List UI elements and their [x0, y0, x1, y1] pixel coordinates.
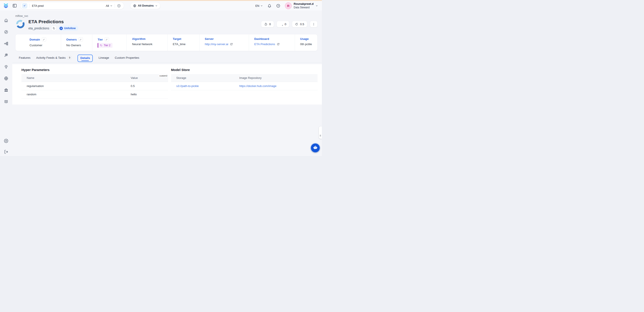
details-panel: Hyper Parameters Name Value regularisati…: [12, 64, 322, 104]
image-repository-link[interactable]: https://docker.hub.com/image: [234, 82, 318, 90]
tier-badge[interactable]: Tier 2: [98, 43, 112, 48]
mlflow-model-logo: [15, 19, 26, 29]
version-number: 0.5: [300, 23, 304, 26]
meta-server: Server http://my-server.ai: [199, 34, 249, 51]
upvote-button[interactable]: 0: [261, 21, 274, 27]
external-link-icon: [230, 43, 233, 46]
meta-usage: Usage 0th pctile: [295, 34, 317, 51]
tag-icon: [100, 44, 102, 47]
sidebar-home-icon[interactable]: [4, 18, 8, 23]
meta-target: Target ETA_time: [168, 34, 199, 51]
user-name: Rounakpreet.d: [294, 2, 314, 6]
thumbs-down-icon: [280, 23, 283, 26]
user-menu[interactable]: R Rounakpreet.d Data Steward: [285, 2, 318, 9]
meta-dashboard: Dashboard ETA Predictions: [249, 34, 295, 51]
sidebar-insights-icon[interactable]: [4, 65, 8, 69]
owners-value: No Owners: [66, 44, 90, 47]
table-row: random hello: [22, 90, 168, 99]
ai-sparkle-icon[interactable]: [22, 3, 27, 9]
sidebar-govern-icon[interactable]: [4, 88, 8, 92]
owners-label: Owners: [66, 38, 77, 41]
edit-domain-icon[interactable]: [42, 37, 46, 42]
tab-details[interactable]: Details: [78, 55, 93, 62]
left-sidebar: [0, 11, 12, 156]
divider: [30, 4, 30, 8]
breadcrumb[interactable]: mlflow_svc: [12, 11, 322, 18]
globe-icon: [133, 4, 136, 8]
side-panel-handle[interactable]: [319, 126, 322, 139]
table-row: regularisation 0.5: [22, 82, 168, 90]
unfollow-button[interactable]: ★ Unfollow: [58, 26, 78, 31]
language-selector[interactable]: EN: [255, 4, 263, 8]
server-link[interactable]: http://my-server.ai: [205, 43, 247, 46]
dashboard-link[interactable]: ETA Predictions: [254, 43, 293, 46]
tab-lineage[interactable]: Lineage: [98, 56, 109, 62]
downvote-count: 0: [285, 23, 286, 26]
chevron-down-icon: [155, 5, 158, 7]
algorithm-value: Neural Network: [132, 43, 166, 46]
chevron-down-icon: [260, 5, 263, 7]
assistant-button[interactable]: [311, 143, 320, 152]
sidebar-domains-icon[interactable]: [4, 76, 8, 81]
meta-domain: Domain Customer: [16, 34, 61, 51]
thumbs-up-icon: [264, 23, 268, 26]
notifications-bell-icon[interactable]: [268, 4, 272, 8]
sidebar-explore-icon[interactable]: [4, 30, 8, 34]
app-logo-icon[interactable]: [3, 3, 9, 9]
usage-value: 0th pctile: [300, 43, 316, 46]
sidebar-logout-icon[interactable]: [4, 150, 8, 154]
column-header-name: Name: [22, 74, 126, 82]
sidebar-settings-icon[interactable]: [4, 139, 8, 143]
model-store-title: Model Store: [171, 68, 318, 72]
param-value: hello: [126, 90, 168, 99]
upvote-count: 0: [269, 23, 271, 26]
app-window: All All Domains EN R Rounakpreet.d Data: [0, 0, 322, 156]
copy-icon[interactable]: [52, 26, 56, 31]
external-link-icon: [277, 43, 280, 46]
entity-tabs: Features Activity Feeds & Tasks 9 Detail…: [12, 55, 322, 63]
tab-activity-feeds[interactable]: Activity Feeds & Tasks 9: [36, 56, 72, 62]
star-icon: ★: [60, 27, 63, 30]
sidebar-glossary-icon[interactable]: [4, 99, 8, 104]
edit-tier-icon[interactable]: [104, 37, 109, 42]
help-icon[interactable]: [276, 4, 280, 8]
tier-label: Tier: [98, 38, 103, 41]
param-name: regularisation: [22, 82, 126, 90]
main-content: mlflow_svc ETA Predictions eta_predictio…: [12, 11, 322, 156]
target-label: Target: [173, 37, 182, 41]
table-row: s3://path-to-pickle https://docker.hub.c…: [171, 82, 318, 90]
divider: [115, 4, 115, 8]
domain-label: Domain: [30, 38, 40, 41]
edit-owners-icon[interactable]: [78, 37, 83, 42]
dashboard-label: Dashboard: [254, 37, 269, 41]
tab-custom-properties[interactable]: Custom Properties: [115, 56, 140, 62]
column-header-storage: Storage: [171, 74, 234, 82]
version-history-icon: [295, 23, 298, 26]
clear-search-icon[interactable]: [117, 4, 121, 8]
activity-count-badge: 9: [68, 56, 72, 59]
more-actions-button[interactable]: [310, 21, 318, 27]
sidebar-observability-icon[interactable]: [4, 53, 8, 57]
language-label: EN: [255, 4, 259, 8]
tab-features[interactable]: Features: [19, 56, 30, 62]
algorithm-label: Algorithm: [132, 37, 145, 41]
sidebar-toggle-icon[interactable]: [12, 3, 17, 8]
meta-owners: Owners No Owners: [61, 34, 92, 51]
model-store-section: Model Store Storage Image Repository s3:…: [171, 68, 318, 99]
downvote-button[interactable]: 0: [276, 21, 290, 27]
avatar[interactable]: R: [285, 3, 292, 9]
search-scope-dropdown[interactable]: All: [106, 4, 112, 8]
robot-icon: [312, 145, 318, 151]
version-button[interactable]: 0.5: [292, 21, 307, 27]
sidebar-lineage-icon[interactable]: [4, 41, 8, 46]
hyper-parameters-title: Hyper Parameters: [22, 68, 168, 72]
entity-metadata-card: Domain Customer Owners No Owners Tier Ti…: [15, 34, 318, 51]
top-header: All All Domains EN R Rounakpreet.d Data: [0, 1, 322, 11]
global-search-bar[interactable]: All: [20, 2, 124, 10]
param-name: random: [22, 90, 126, 99]
domains-filter-dropdown[interactable]: All Domains: [130, 2, 160, 9]
search-input[interactable]: [32, 4, 106, 8]
meta-algorithm: Algorithm Neural Network: [126, 34, 167, 51]
domain-value: Customer: [30, 44, 59, 47]
storage-link[interactable]: s3://path-to-pickle: [171, 82, 234, 90]
